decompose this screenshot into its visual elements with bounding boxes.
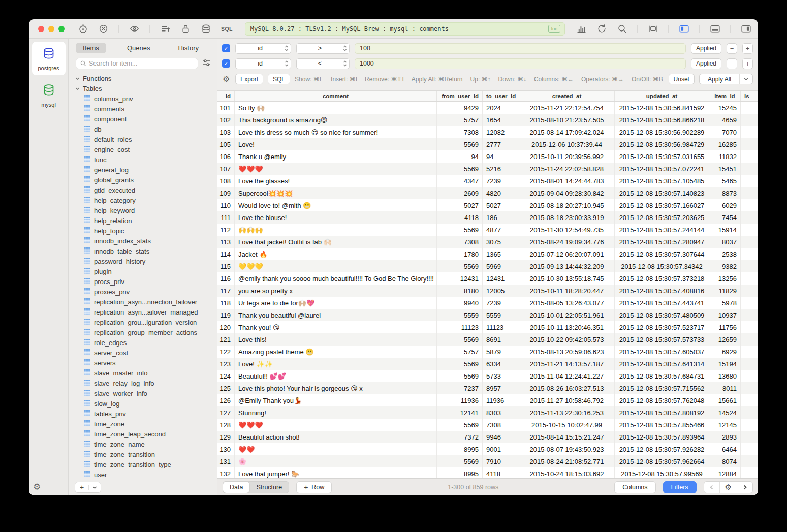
cell-created_at[interactable]: 2015-08-18 20:27:10.945 — [519, 199, 615, 211]
cell-created_at[interactable]: 2015-08-07 19:43:50.923 — [519, 443, 615, 455]
cell-comment[interactable]: Ur legs are to die for🙌🏼💖 — [235, 297, 437, 309]
table-row[interactable]: 116@emily thank you soooo much beautiful… — [217, 272, 758, 285]
connection-mysql[interactable]: mysql — [32, 78, 66, 112]
cell-is_[interactable] — [741, 455, 758, 467]
cell-is_[interactable] — [741, 321, 758, 333]
add-filter-button[interactable]: + — [742, 58, 753, 69]
cell-comment[interactable]: Supercool💥💥💥 — [235, 187, 437, 199]
tab-history[interactable]: History — [171, 43, 206, 53]
cell-id[interactable]: 103 — [217, 126, 235, 138]
table-row[interactable]: 128❤️❤️❤️556973082015-10-15 10:02:47.992… — [217, 419, 758, 431]
cell-created_at[interactable]: 2015-09-13 14:44:32.209 — [519, 260, 615, 272]
cell-comment[interactable]: Love this! — [235, 333, 437, 346]
filter-column-select[interactable]: id — [235, 43, 291, 54]
cell-from_user_id[interactable]: 11123 — [437, 321, 483, 333]
column-header-to_user_id[interactable]: to_user_id — [483, 91, 519, 101]
sidebar-table-general_log[interactable]: general_log — [69, 165, 217, 175]
cell-id[interactable]: 130 — [217, 443, 235, 455]
cell-comment[interactable]: Love that jacket! Outfit is fab 🙌🏻 — [235, 236, 437, 248]
cell-is_[interactable] — [741, 370, 758, 382]
sidebar-table-server_cost[interactable]: server_cost — [69, 348, 217, 358]
cell-item_id[interactable]: 13256 — [709, 272, 741, 285]
filter-value-input[interactable]: 100 — [355, 43, 686, 54]
apply-all-dropdown[interactable] — [739, 74, 752, 84]
cell-to_user_id[interactable]: 12431 — [483, 272, 519, 285]
cell-created_at[interactable]: 2015-08-18 23:00:33.919 — [519, 211, 615, 224]
cell-is_[interactable] — [741, 126, 758, 138]
cell-id[interactable]: 102 — [217, 114, 235, 126]
cell-from_user_id[interactable]: 5569 — [437, 358, 483, 370]
cell-item_id[interactable]: 14524 — [709, 406, 741, 419]
cell-created_at[interactable]: 2015-10-30 13:55:18.745 — [519, 272, 615, 285]
cell-created_at[interactable]: 2015-08-14 17:09:42.024 — [519, 126, 615, 138]
cell-is_[interactable] — [741, 199, 758, 211]
cell-created_at[interactable]: 2015-08-24 21:08:52.771 — [519, 455, 615, 467]
panel-left-icon[interactable] — [679, 24, 689, 34]
cell-created_at[interactable]: 2015-07-12 06:20:07.091 — [519, 248, 615, 260]
table-row[interactable]: 125Love this photo! Your hair is gorgeou… — [217, 382, 758, 394]
table-row[interactable]: 119Thank you beautiful @laurel5559555920… — [217, 309, 758, 321]
disconnect-icon[interactable] — [98, 24, 108, 34]
cell-is_[interactable] — [741, 309, 758, 321]
cell-comment[interactable]: Love! ✨✨ — [235, 358, 437, 370]
prev-page-button[interactable] — [704, 482, 719, 493]
table-row[interactable]: 112🙌🙌🙌556948772015-11-30 12:54:49.735201… — [217, 224, 758, 236]
cell-comment[interactable]: Love the blouse! — [235, 211, 437, 224]
add-item-dropdown[interactable] — [88, 485, 101, 490]
refresh-icon[interactable] — [596, 24, 607, 34]
cell-updated_at[interactable]: 2015-12-08 15:30:57.808192 — [615, 406, 709, 419]
table-row[interactable]: 113Love that jacket! Outfit is fab 🙌🏻730… — [217, 236, 758, 248]
table-row[interactable]: 111Love the blouse!41181862015-08-18 23:… — [217, 211, 758, 224]
cell-id[interactable]: 111 — [217, 211, 235, 224]
sidebar-table-innodb_index_stats[interactable]: innodb_index_stats — [69, 236, 217, 246]
sql-button[interactable]: SQL — [268, 74, 290, 84]
sql-editor-icon[interactable]: SQL — [221, 26, 233, 32]
table-row[interactable]: 103Love this dress so much 😍 so nice for… — [217, 126, 758, 138]
cell-updated_at[interactable]: 2015-12-08 15:30:57.307644 — [615, 248, 709, 260]
cell-from_user_id[interactable]: 5569 — [437, 163, 483, 175]
cell-created_at[interactable]: 2015-10-01 22:05:51.961 — [519, 309, 615, 321]
cell-item_id[interactable]: 13680 — [709, 370, 741, 382]
filters-button[interactable]: Filters — [663, 481, 697, 493]
cell-updated_at[interactable]: 2015-12-08 15:30:57.373218 — [615, 272, 709, 285]
cell-item_id[interactable]: 15194 — [709, 358, 741, 370]
cell-updated_at[interactable]: 2015-12-08 15:30:57.573733 — [615, 333, 709, 346]
column-header-is_[interactable]: is_ — [741, 91, 758, 101]
cell-comment[interactable]: Amazing pastel theme 😬 — [235, 346, 437, 358]
cell-from_user_id[interactable]: 5569 — [437, 333, 483, 346]
eye-icon[interactable] — [129, 24, 139, 34]
cell-to_user_id[interactable]: 7910 — [483, 455, 519, 467]
filter-enabled-checkbox[interactable]: ✓ — [222, 59, 230, 68]
cell-to_user_id[interactable]: 5216 — [483, 163, 519, 175]
sidebar-table-slave_relay_log_info[interactable]: slave_relay_log_info — [69, 378, 217, 388]
cell-id[interactable]: 129 — [217, 431, 235, 443]
apply-all-button[interactable]: Apply All — [699, 74, 753, 84]
statistics-icon[interactable] — [576, 24, 586, 34]
cell-updated_at[interactable]: 2015-12-08 15:30:56.866218 — [615, 114, 709, 126]
cell-to_user_id[interactable]: 5027 — [483, 199, 519, 211]
cell-from_user_id[interactable]: 8995 — [437, 443, 483, 455]
cell-from_user_id[interactable]: 4118 — [437, 211, 483, 224]
cell-to_user_id[interactable]: 9001 — [483, 443, 519, 455]
cell-is_[interactable] — [741, 224, 758, 236]
cell-updated_at[interactable]: 2015-12-08 15:30:57.523717 — [615, 321, 709, 333]
cell-comment[interactable]: @Emily Thank you💃 — [235, 394, 437, 406]
sidebar-table-password_history[interactable]: password_history — [69, 256, 217, 266]
cell-from_user_id[interactable]: 7308 — [437, 236, 483, 248]
cell-is_[interactable] — [741, 260, 758, 272]
cell-item_id[interactable]: 2538 — [709, 248, 741, 260]
filter-value-input[interactable]: 1000 — [355, 58, 686, 69]
cell-updated_at[interactable]: 2015-12-08 15:30:57.926282 — [615, 443, 709, 455]
cell-created_at[interactable]: 2015-08-05 13:26:43.077 — [519, 297, 615, 309]
cell-updated_at[interactable]: 2015-12-08 15:30:57.715562 — [615, 382, 709, 394]
column-header-item_id[interactable]: item_id — [709, 91, 741, 101]
cell-is_[interactable] — [741, 187, 758, 199]
cell-updated_at[interactable]: 2015-12-08 15:30:57.105485 — [615, 175, 709, 187]
cell-is_[interactable] — [741, 272, 758, 285]
cell-id[interactable]: 116 — [217, 272, 235, 285]
cell-created_at[interactable]: 2015-09-04 09:28:30.842 — [519, 187, 615, 199]
cell-to_user_id[interactable]: 4118 — [483, 467, 519, 478]
sidebar-table-help_relation[interactable]: help_relation — [69, 215, 217, 226]
table-row[interactable]: 118Ur legs are to die for🙌🏼💖994072392015… — [217, 297, 758, 309]
cell-from_user_id[interactable]: 12431 — [437, 272, 483, 285]
